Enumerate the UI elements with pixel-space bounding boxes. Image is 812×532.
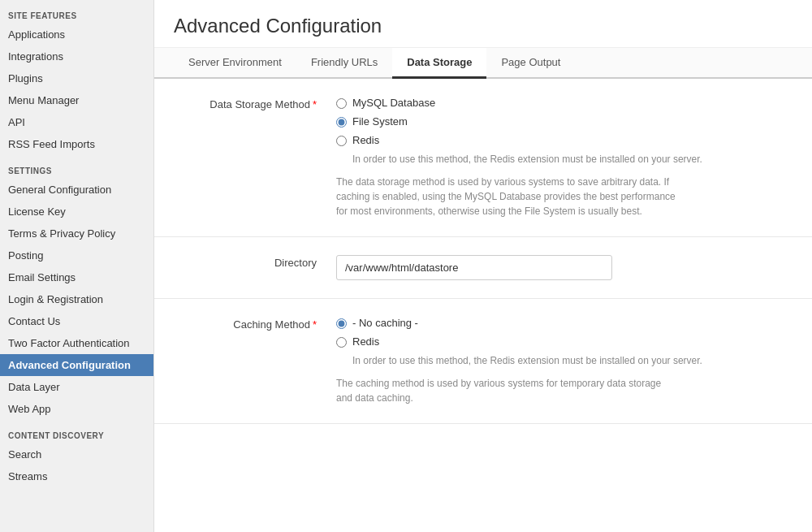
radio-no-caching-label[interactable]: - No caching - [352,317,418,329]
redis-hint: In order to use this method, the Redis e… [352,153,793,167]
data-storage-method-row: Data Storage Method* MySQL Database File… [154,79,812,237]
form-area: Data Storage Method* MySQL Database File… [154,79,812,424]
sidebar-item-rss-feed-imports[interactable]: RSS Feed Imports [0,133,153,155]
sidebar-item-menu-manager[interactable]: Menu Manager [0,89,153,111]
sidebar-item-integrations[interactable]: Integrations [0,45,153,67]
radio-no-caching-option: - No caching - [336,317,793,329]
main-content: Advanced Configuration Server Environmen… [154,0,812,532]
radio-redis-cache[interactable] [336,337,347,348]
directory-label: Directory [174,255,336,269]
sidebar-item-login-registration[interactable]: Login & Registration [0,288,153,310]
site-features-label: SITE FEATURES [0,0,153,24]
tab-friendly-urls[interactable]: Friendly URLs [296,48,392,79]
sidebar: SITE FEATURES Applications Integrations … [0,0,154,532]
radio-filesystem-option: File System [336,115,793,128]
directory-control [336,255,793,280]
data-storage-help-text: The data storage method is used by vario… [336,175,677,218]
sidebar-item-terms-privacy[interactable]: Terms & Privacy Policy [0,223,153,244]
page-header: Advanced Configuration [154,0,812,48]
data-storage-method-label: Data Storage Method* [174,97,336,110]
radio-redis-label[interactable]: Redis [352,134,379,146]
sidebar-item-license-key[interactable]: License Key [0,201,153,223]
tabs-bar: Server Environment Friendly URLs Data St… [154,48,812,79]
caching-method-row: Caching Method* - No caching - Redis In … [154,299,812,424]
sidebar-item-contact-us[interactable]: Contact Us [0,310,153,332]
sidebar-item-api[interactable]: API [0,111,153,133]
radio-redis-cache-option: Redis [336,335,793,348]
radio-mysql-option: MySQL Database [336,97,793,109]
radio-mysql[interactable] [336,98,347,109]
sidebar-item-data-layer[interactable]: Data Layer [0,376,153,398]
sidebar-item-general-configuration[interactable]: General Configuration [0,179,153,201]
caching-method-control: - No caching - Redis In order to use thi… [336,317,793,405]
redis-cache-hint: In order to use this method, the Redis e… [352,354,793,368]
directory-input[interactable] [336,255,612,280]
caching-method-label: Caching Method* [174,317,336,331]
required-star: * [313,98,317,110]
sidebar-item-posting[interactable]: Posting [0,244,153,266]
caching-help-text: The caching method is used by various sy… [336,376,677,405]
radio-filesystem[interactable] [336,117,347,128]
sidebar-item-applications[interactable]: Applications [0,24,153,45]
tab-page-output[interactable]: Page Output [486,48,575,79]
sidebar-item-streams[interactable]: Streams [0,465,153,487]
radio-mysql-label[interactable]: MySQL Database [352,97,435,109]
tab-data-storage[interactable]: Data Storage [392,48,486,79]
content-discovery-label: CONTENT DISCOVERY [0,420,153,443]
sidebar-item-two-factor[interactable]: Two Factor Authentication [0,332,153,354]
settings-label: SETTINGS [0,155,153,179]
radio-filesystem-label[interactable]: File System [352,115,408,128]
sidebar-item-advanced-configuration[interactable]: Advanced Configuration [0,354,153,376]
directory-row: Directory [154,237,812,299]
radio-redis-cache-label[interactable]: Redis [352,335,379,348]
sidebar-item-search[interactable]: Search [0,443,153,465]
data-storage-method-control: MySQL Database File System Redis In orde… [336,97,793,218]
sidebar-item-plugins[interactable]: Plugins [0,67,153,89]
radio-no-caching[interactable] [336,318,347,329]
radio-redis-option: Redis [336,134,793,146]
radio-redis[interactable] [336,136,347,146]
page-title: Advanced Configuration [174,15,793,37]
sidebar-item-email-settings[interactable]: Email Settings [0,266,153,288]
tab-server-environment[interactable]: Server Environment [174,48,296,79]
sidebar-item-web-app[interactable]: Web App [0,398,153,420]
caching-required-star: * [313,318,317,331]
